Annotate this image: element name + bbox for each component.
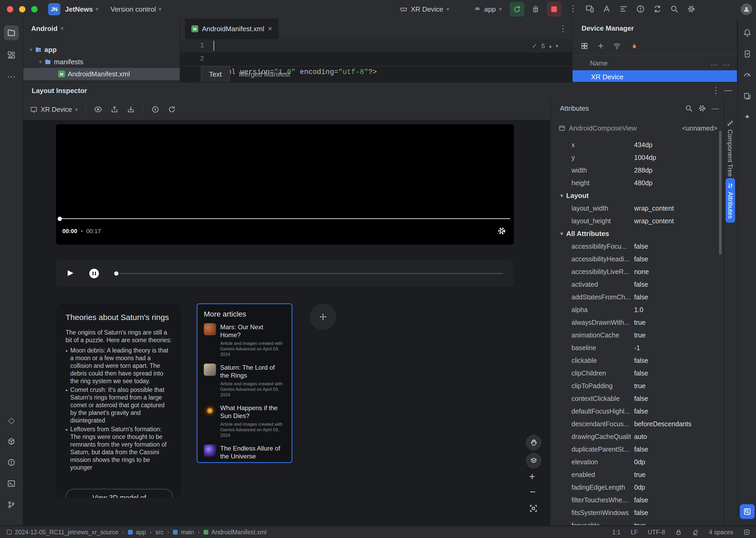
audio-slider-thumb[interactable] xyxy=(114,271,118,276)
breadcrumb-item[interactable]: › main xyxy=(167,529,194,536)
project-tool-button[interactable] xyxy=(4,26,19,40)
tree-row-app[interactable]: ▾ app xyxy=(23,44,180,56)
attribute-row[interactable]: filterTouchesWhe... false xyxy=(551,494,720,506)
resource-manager-tool-button[interactable] xyxy=(4,48,19,62)
close-window-button[interactable] xyxy=(7,6,13,12)
readonly-lock-icon[interactable] xyxy=(675,529,682,536)
problems-tool-button[interactable] xyxy=(4,455,19,470)
breadcrumb-item[interactable]: › AndroidManifest.xml xyxy=(198,529,266,536)
breadcrumb-item[interactable]: › src xyxy=(149,529,163,536)
attribute-row[interactable]: descendantFocus... beforeDescendants xyxy=(551,417,720,430)
tab-component-tree[interactable]: Component Tree xyxy=(727,120,734,177)
attribute-row[interactable]: clickable false xyxy=(551,354,720,367)
more-actions-kebab[interactable]: ⋮ xyxy=(569,4,577,13)
spatial-expand-button[interactable] xyxy=(310,304,336,330)
attribute-row[interactable]: alpha 1.0 xyxy=(551,303,720,316)
saturn-theories-card[interactable]: Theories about Saturn's rings The origin… xyxy=(56,304,181,498)
snapshot-export-icon[interactable] xyxy=(110,105,119,114)
next-problem-icon[interactable]: ▾ xyxy=(556,44,558,48)
video-settings-gear-icon[interactable] xyxy=(497,226,506,236)
attribute-row[interactable]: accessibilityHeadi... false xyxy=(551,253,720,265)
line-separator-widget[interactable]: LF xyxy=(631,529,638,536)
attribute-row[interactable]: height 480dp xyxy=(551,177,720,189)
version-control-tool-button[interactable] xyxy=(4,497,19,512)
attribute-row[interactable]: defaultFocusHighl... false xyxy=(551,405,720,417)
breadcrumb-item[interactable]: › app xyxy=(122,529,146,536)
tab-text[interactable]: Text xyxy=(201,66,230,82)
zoom-to-fit-button[interactable] xyxy=(527,502,540,515)
view-3d-model-button[interactable]: View 3D model of xyxy=(66,489,173,498)
tab-merged-manifest[interactable]: Merged Manifest xyxy=(239,67,290,82)
project-view-selector[interactable]: Android ▾ xyxy=(31,23,64,34)
play-icon[interactable]: ▶ xyxy=(68,269,74,276)
attribute-row[interactable]: alwaysDrawnWith... true xyxy=(551,316,720,329)
search-icon[interactable] xyxy=(685,104,693,113)
refresh-icon[interactable] xyxy=(168,105,176,114)
running-devices-button[interactable] xyxy=(740,46,755,61)
tab-attributes[interactable]: Attributes xyxy=(726,178,735,223)
attribute-row[interactable]: fitsSystemWindows false xyxy=(551,506,720,519)
inspector-canvas[interactable]: 00:00 • 00:17 ▶ xyxy=(23,120,550,525)
tree-row-manifests[interactable]: ▾ manifests xyxy=(23,56,180,68)
article-item[interactable]: The Endless Allure of the Universe Artic… xyxy=(204,445,285,463)
gutter[interactable]: 1 2 xyxy=(180,39,204,66)
profiler-button[interactable] xyxy=(740,68,755,82)
3d-mode-button[interactable] xyxy=(526,453,541,468)
attribute-row[interactable]: width 288dp xyxy=(551,164,720,177)
inspector-device-selector[interactable]: XR Device ▾ xyxy=(30,106,78,113)
attribute-row[interactable]: x 434dp xyxy=(551,138,720,151)
attribute-row[interactable]: accessibilityFocu... false xyxy=(551,240,720,253)
article-item[interactable]: What Happens if the Sun Dies? Article an… xyxy=(204,404,285,438)
section-layout[interactable]: ▾ Layout xyxy=(551,189,720,202)
inspections-status-icon[interactable] xyxy=(743,529,750,536)
gemini-button[interactable] xyxy=(740,110,755,125)
minimize-panel-icon[interactable]: — xyxy=(712,105,719,112)
notifications-button[interactable] xyxy=(740,26,755,40)
attributes-scrollbar[interactable] xyxy=(719,131,722,255)
attribute-row[interactable]: layout_width wrap_content xyxy=(551,202,720,215)
attribute-row[interactable]: clipToPadding true xyxy=(551,379,720,392)
video-progress-track[interactable] xyxy=(60,218,510,219)
table-more-icon[interactable]: … xyxy=(723,59,730,67)
inspect-icon[interactable] xyxy=(602,5,611,14)
name-column-header[interactable]: Name xyxy=(590,59,608,67)
add-device-icon[interactable]: + xyxy=(598,41,604,51)
attribute-row[interactable]: clipChildren false xyxy=(551,367,720,379)
attribute-row[interactable]: layout_height wrap_content xyxy=(551,215,720,227)
device-explorer-tool-button[interactable] xyxy=(4,434,19,449)
live-updates-icon[interactable] xyxy=(151,105,160,114)
article-item[interactable]: Saturn: The Lord of the Rings Article an… xyxy=(204,364,285,398)
attribute-row[interactable]: activated false xyxy=(551,278,720,291)
attribute-row[interactable]: animationCache true xyxy=(551,329,720,342)
inspections-widget[interactable]: ✓ 5 ▴ ▾ xyxy=(532,41,558,51)
debug-button[interactable] xyxy=(528,2,543,17)
search-icon[interactable] xyxy=(670,5,679,14)
attribute-row[interactable]: enabled true xyxy=(551,468,720,481)
close-tab-icon[interactable]: × xyxy=(268,25,272,32)
more-articles-card[interactable]: More articles Mars: Our Next Home? Artic… xyxy=(197,303,292,463)
layout-inspector-tool-button[interactable] xyxy=(740,504,755,519)
prev-problem-icon[interactable]: ▴ xyxy=(549,44,552,48)
attribute-row[interactable]: y 1004dp xyxy=(551,151,720,164)
settings-gear-icon[interactable] xyxy=(698,104,706,113)
settings-gear-icon[interactable] xyxy=(687,5,696,14)
article-item[interactable]: Mars: Our Next Home? Article and images … xyxy=(204,323,285,357)
project-selector[interactable]: JetNews ▾ xyxy=(65,5,98,14)
build-variants-tool-button[interactable]: ◇ xyxy=(4,413,19,428)
firebase-flame-icon[interactable] xyxy=(630,42,638,50)
structure-icon[interactable] xyxy=(619,5,628,14)
version-control-menu[interactable]: Version control ▾ xyxy=(110,5,161,14)
zoom-out-button[interactable]: − xyxy=(530,487,536,497)
tree-row-manifest-file[interactable]: M AndroidManifest.xml xyxy=(23,68,180,80)
device-selector[interactable]: XR Device ▾ xyxy=(400,5,449,14)
encoding-widget[interactable]: UTF-8 xyxy=(648,529,665,536)
pan-mode-button[interactable] xyxy=(526,435,541,450)
attribute-row[interactable]: contextClickable false xyxy=(551,392,720,405)
attribute-row[interactable]: focusable true xyxy=(551,519,720,525)
rerun-button[interactable] xyxy=(510,2,524,17)
attribute-row[interactable]: duplicateParentSt... false xyxy=(551,443,720,456)
snapshot-import-icon[interactable] xyxy=(127,105,135,114)
terminal-tool-button[interactable] xyxy=(4,476,19,491)
caret-position-widget[interactable]: 1:1 xyxy=(612,529,621,536)
attribute-row[interactable]: addStatesFromCh... false xyxy=(551,291,720,303)
